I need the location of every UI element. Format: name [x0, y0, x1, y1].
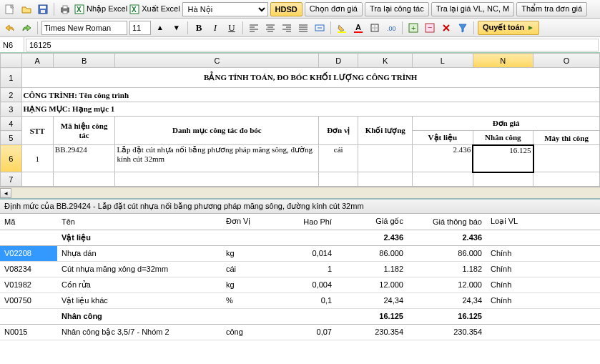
save-icon[interactable] [36, 2, 50, 16]
sheet-subtitle-2[interactable]: HẠNG MỤC: Hạng mục 1 [21, 102, 599, 117]
row-header[interactable]: 3 [1, 102, 22, 117]
detail-col-donvi[interactable]: Đơn Vị [222, 214, 279, 230]
col-header[interactable]: K [358, 54, 413, 68]
header-ma-hieu[interactable]: Mã hiệu công tác [53, 117, 115, 145]
detail-table[interactable]: Mã Tên Đơn Vị Hao Phí Giá gốc Giá thông … [0, 214, 600, 340]
svg-rect-3 [41, 10, 45, 13]
svg-text:X: X [132, 6, 137, 14]
number-format-icon[interactable]: .00 [384, 21, 398, 35]
detail-category-row[interactable]: Vật liệu 2.436 2.436 [0, 230, 600, 245]
formula-input[interactable]: 16125 [26, 39, 599, 51]
tra-lai-cong-tac-button[interactable]: Tra lại công tác [365, 2, 429, 16]
detail-col-giagoc[interactable]: Giá gốc [336, 214, 408, 230]
cell-ma-hieu[interactable]: BB.29424 [53, 145, 115, 172]
svg-text:+: + [411, 24, 415, 32]
quyet-toan-button[interactable]: Quyết toán [478, 21, 539, 35]
border-icon[interactable] [368, 21, 382, 35]
detail-col-loaivl[interactable]: Loại VL [486, 214, 600, 230]
row-header[interactable]: 4 [1, 117, 22, 131]
header-don-vi[interactable]: Đơn vị [319, 117, 358, 145]
cell-stt[interactable]: 1 [21, 145, 53, 172]
svg-rect-6 [63, 11, 67, 14]
row-header[interactable]: 6 [1, 145, 22, 172]
cell-nhan-cong[interactable]: 16.125 [473, 145, 533, 172]
col-header[interactable]: C [115, 54, 319, 68]
detail-col-giathongbao[interactable]: Giá thông báo [408, 214, 486, 230]
italic-icon[interactable]: I [208, 21, 222, 35]
detail-row[interactable]: V00750 Vật liệu khác % 0,1 24,34 24,34 C… [0, 292, 600, 308]
bold-icon[interactable]: B [192, 21, 206, 35]
detail-row[interactable]: V01982 Cồn rửa kg 0,004 12.000 12.000 Ch… [0, 277, 600, 292]
detail-col-ten[interactable]: Tên [57, 214, 222, 230]
font-color-icon[interactable]: A [351, 21, 365, 35]
align-justify-icon[interactable] [296, 21, 310, 35]
cell-danh-muc[interactable]: Lắp đặt cút nhựa nối bằng phương pháp mă… [115, 145, 319, 172]
detail-row[interactable]: V08234 Cút nhựa măng xông d=32mm cái 1 1… [0, 261, 600, 277]
detail-col-haophi[interactable]: Hao Phí [279, 214, 336, 230]
sheet-title[interactable]: BẢNG TÍNH TOÁN, ĐO BÓC KHỐI LƯỢNG CÔNG T… [21, 68, 599, 88]
font-grow-icon[interactable]: ▴ [153, 21, 167, 35]
fill-color-icon[interactable] [335, 21, 349, 35]
align-left-icon[interactable] [247, 21, 261, 35]
header-khoi-luong[interactable]: Khối lượng [358, 117, 413, 145]
header-vat-lieu[interactable]: Vật liệu [413, 131, 473, 145]
align-right-icon[interactable] [280, 21, 294, 35]
col-header[interactable]: O [533, 54, 600, 68]
row-header[interactable]: 1 [1, 68, 22, 88]
cell-khoi-luong[interactable] [358, 145, 413, 172]
header-danh-muc[interactable]: Danh mục công tác đo bóc [115, 117, 319, 145]
delete-row-icon[interactable]: − [423, 21, 437, 35]
sheet-subtitle-1[interactable]: CÔNG TRÌNH: Tên công trình [21, 88, 599, 102]
province-select[interactable]: Hà Nội [182, 2, 268, 16]
merge-icon[interactable] [313, 21, 327, 35]
svg-text:.00: .00 [387, 25, 396, 32]
insert-row-icon[interactable]: + [406, 21, 421, 35]
col-header[interactable]: A [21, 54, 53, 68]
row-header[interactable]: 7 [1, 172, 22, 187]
col-header[interactable]: B [53, 54, 115, 68]
detail-category-row[interactable]: Nhân công 16.125 16.125 [0, 308, 600, 324]
cell-vat-lieu[interactable]: 2.436 [413, 145, 473, 172]
detail-row[interactable]: V02208 Nhựa dán kg 0,014 86.000 86.000 C… [0, 245, 600, 261]
detail-row[interactable]: N0015 Nhân công bậc 3,5/7 - Nhóm 2 công … [0, 324, 600, 340]
redo-icon[interactable] [19, 21, 34, 35]
font-family-select[interactable] [41, 21, 127, 35]
header-may-thi-cong[interactable]: Máy thi công [533, 131, 600, 145]
toolbar-format: ▴ ▾ B I U A .00 + − Quyết toán [0, 19, 600, 37]
new-icon[interactable] [3, 2, 17, 16]
delete-icon[interactable] [439, 21, 453, 35]
filter-icon[interactable] [456, 21, 470, 35]
select-all-corner[interactable] [1, 54, 22, 68]
tra-lai-gia-button[interactable]: Tra lại giá VL, NC, M [431, 2, 515, 16]
header-don-gia[interactable]: Đơn giá [413, 117, 600, 131]
export-excel-button[interactable]: X Xuất Excel [129, 4, 179, 14]
header-nhan-cong[interactable]: Nhân công [473, 131, 533, 145]
hdsd-button[interactable]: HDSD [270, 2, 303, 16]
print-icon[interactable] [58, 2, 72, 16]
row-header[interactable]: 2 [1, 88, 22, 102]
col-header[interactable]: L [413, 54, 473, 68]
col-header[interactable]: D [319, 54, 358, 68]
cell-don-vi[interactable]: cái [319, 145, 358, 172]
import-excel-label: Nhập Excel [87, 4, 127, 14]
header-stt[interactable]: STT [21, 117, 53, 145]
tham-tra-button[interactable]: Thẩm tra đơn giá [516, 2, 587, 16]
col-header[interactable]: N [473, 54, 533, 68]
align-center-icon[interactable] [263, 21, 277, 35]
cell-may-thi-cong[interactable] [533, 145, 600, 172]
cell-reference[interactable]: N6 [0, 37, 24, 52]
scroll-left-icon[interactable]: ◂ [0, 188, 11, 198]
undo-icon[interactable] [3, 21, 17, 35]
font-size-select[interactable] [129, 21, 151, 35]
chon-don-gia-button[interactable]: Chọn đơn giá [305, 2, 363, 16]
export-excel-label: Xuất Excel [142, 4, 179, 14]
detail-col-ma[interactable]: Mã [0, 214, 57, 230]
open-icon[interactable] [19, 2, 34, 16]
row-header[interactable]: 5 [1, 131, 22, 145]
underline-icon[interactable]: U [225, 21, 239, 35]
svg-text:−: − [428, 23, 432, 31]
import-excel-button[interactable]: X Nhập Excel [74, 4, 127, 14]
grid-table[interactable]: A B C D K L N O 1 BẢNG TÍNH TOÁN, ĐO BÓC… [0, 53, 600, 187]
horiz-scrollbar[interactable]: ◂ [0, 187, 600, 198]
font-shrink-icon[interactable]: ▾ [169, 21, 184, 35]
